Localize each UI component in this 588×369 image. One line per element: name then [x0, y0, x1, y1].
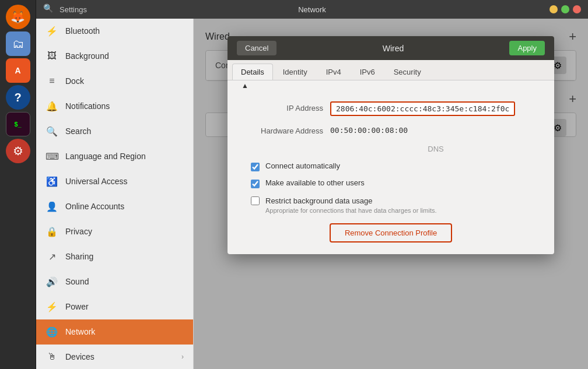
dock-software[interactable]: A	[6, 58, 30, 83]
ip-address-value: 2806:40c:6002:cccc:48c3:345e:c184:2f0c	[330, 101, 515, 116]
sidebar-label-dock: Dock	[65, 76, 84, 86]
sidebar-item-background[interactable]: 🖼 Background	[36, 44, 193, 69]
bluetooth-icon: ⚡	[46, 24, 58, 37]
tab-pointer: ▲	[242, 82, 554, 90]
sidebar-item-network[interactable]: 🌐 Network	[36, 319, 193, 345]
network-title: Network	[298, 5, 326, 14]
connect-auto-label[interactable]: Connect automatically	[265, 161, 340, 170]
dock-terminal[interactable]: $_	[6, 112, 30, 136]
sidebar-item-language[interactable]: ⌨ Language and Region	[36, 144, 193, 169]
dock-help[interactable]: ?	[6, 85, 30, 110]
search-icon[interactable]: 🔍	[43, 3, 55, 15]
tab-ipv4[interactable]: IPv4	[317, 64, 350, 80]
sidebar-label-sound: Sound	[65, 277, 89, 286]
hardware-address-label: Hardware Address	[242, 124, 323, 135]
hardware-address-row: Hardware Address 00:50:00:00:08:00	[242, 124, 540, 136]
power-icon: ⚡	[46, 300, 58, 313]
hardware-address-value: 00:50:00:00:08:00	[330, 124, 408, 136]
application-dock: 🦊 🗂 A ? $_ ⚙	[0, 0, 36, 369]
sidebar-label-online-accounts: Online Accounts	[65, 202, 124, 211]
sidebar-item-devices[interactable]: 🖱 Devices ›	[36, 345, 193, 369]
connect-auto-row: Connect automatically	[251, 161, 540, 171]
sidebar-label-language: Language and Region	[65, 152, 146, 161]
topbar: 🔍 Settings Network	[36, 0, 588, 19]
make-available-checkbox[interactable]	[251, 180, 260, 188]
devices-arrow-icon: ›	[181, 353, 184, 361]
sidebar-item-sound[interactable]: 🔊 Sound	[36, 269, 193, 294]
tab-details[interactable]: Details	[232, 64, 273, 80]
sidebar-item-online-accounts[interactable]: 👤 Online Accounts	[36, 194, 193, 219]
minimize-button[interactable]	[550, 5, 558, 13]
restrict-sublabel: Appropriate for connections that have da…	[265, 207, 437, 214]
sidebar: ⚡ Bluetooth 🖼 Background ≡ Dock 🔔 Notifi…	[36, 19, 194, 369]
sidebar-label-bluetooth: Bluetooth	[65, 26, 100, 36]
notifications-icon: 🔔	[46, 100, 58, 113]
sidebar-label-search: Search	[65, 126, 91, 136]
sidebar-item-search[interactable]: 🔍 Search	[36, 119, 193, 144]
dialog-cancel-button[interactable]: Cancel	[237, 41, 276, 55]
ip-address-label: IP Address	[242, 101, 323, 113]
language-icon: ⌨	[46, 150, 58, 163]
make-available-label[interactable]: Make available to other users	[265, 178, 365, 187]
sidebar-item-universal-access[interactable]: ♿ Universal Access	[36, 169, 193, 194]
sharing-icon: ↗	[46, 250, 58, 263]
window-controls: Network	[550, 5, 581, 13]
sidebar-label-sharing: Sharing	[65, 252, 93, 261]
dns-label: DNS	[331, 145, 540, 153]
sidebar-item-bluetooth[interactable]: ⚡ Bluetooth	[36, 19, 193, 44]
dialog-apply-button[interactable]: Apply	[509, 41, 545, 55]
wired-dialog: Cancel Wired Apply Details Identity IPv4…	[228, 36, 554, 254]
devices-icon: 🖱	[46, 350, 58, 363]
sidebar-label-background: Background	[65, 51, 109, 61]
tab-ipv6[interactable]: IPv6	[351, 64, 384, 80]
sidebar-label-network: Network	[65, 327, 95, 336]
sidebar-item-power[interactable]: ⚡ Power	[36, 294, 193, 319]
sidebar-label-universal-access: Universal Access	[65, 177, 128, 186]
sidebar-item-notifications[interactable]: 🔔 Notifications	[36, 94, 193, 119]
sidebar-label-devices: Devices	[65, 352, 94, 361]
make-available-row: Make available to other users	[251, 178, 540, 188]
settings-layout: ⚡ Bluetooth 🖼 Background ≡ Dock 🔔 Notifi…	[36, 19, 588, 369]
dialog-header: Cancel Wired Apply	[228, 36, 554, 60]
tab-security[interactable]: Security	[385, 64, 430, 80]
dock-files[interactable]: 🗂	[6, 31, 30, 56]
online-accounts-icon: 👤	[46, 200, 58, 213]
close-button[interactable]	[573, 5, 581, 13]
dock-firefox[interactable]: 🦊	[6, 5, 30, 29]
remove-connection-button[interactable]: Remove Connection Profile	[330, 223, 452, 243]
settings-title: Settings	[60, 5, 87, 14]
privacy-icon: 🔒	[46, 225, 58, 238]
restrict-label[interactable]: Restrict background data usage	[265, 196, 373, 205]
background-icon: 🖼	[46, 50, 58, 62]
dialog-tabs: Details Identity IPv4 IPv6 Security	[228, 60, 554, 80]
network-content: Wired + Connected ON ⚙ +	[194, 19, 588, 369]
dialog-title: Wired	[383, 44, 404, 53]
restrict-checkbox[interactable]	[251, 196, 260, 205]
sidebar-label-privacy: Privacy	[65, 227, 92, 236]
tab-identity[interactable]: Identity	[274, 64, 316, 80]
ip-address-row: IP Address 2806:40c:6002:cccc:48c3:345e:…	[242, 101, 540, 116]
restrict-row: Restrict background data usage Appropria…	[251, 195, 540, 214]
settings-window: 🔍 Settings Network ⚡ Bluetooth 🖼 Backgro…	[36, 0, 588, 369]
sidebar-item-dock[interactable]: ≡ Dock	[36, 69, 193, 94]
dock-settings[interactable]: ⚙	[6, 139, 30, 163]
network-icon: 🌐	[46, 325, 58, 338]
universal-access-icon: ♿	[46, 175, 58, 188]
sidebar-label-notifications: Notifications	[65, 101, 110, 111]
sidebar-label-power: Power	[65, 302, 89, 311]
sidebar-item-sharing[interactable]: ↗ Sharing	[36, 244, 193, 269]
dialog-content: IP Address 2806:40c:6002:cccc:48c3:345e:…	[228, 90, 554, 254]
search-sidebar-icon: 🔍	[46, 125, 58, 138]
dock-icon-settings: ≡	[46, 75, 58, 87]
sound-icon: 🔊	[46, 275, 58, 288]
restrict-label-group: Restrict background data usage Appropria…	[265, 195, 437, 214]
connect-auto-checkbox[interactable]	[251, 163, 260, 171]
dialog-overlay: Cancel Wired Apply Details Identity IPv4…	[194, 19, 588, 369]
sidebar-item-privacy[interactable]: 🔒 Privacy	[36, 219, 193, 244]
maximize-button[interactable]	[561, 5, 569, 13]
